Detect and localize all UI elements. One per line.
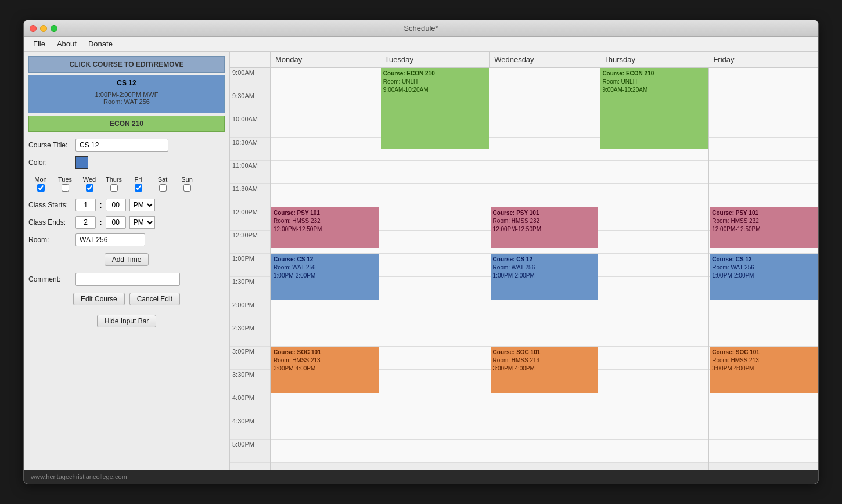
day-slot-d3-s6 [599,207,708,231]
cal-event-psy-mon[interactable]: Course: PSY 101Room: HMSS 23212:00PM-12:… [271,207,379,248]
comment-input[interactable] [75,273,180,286]
cal-event-soc-mon[interactable]: Course: SOC 101Room: HMSS 2133:00PM-4:00… [271,347,379,393]
cal-day-col-tue: Course: ECON 210Room: UNLH9:00AM-10:20AM [380,68,490,470]
cal-event-cs-fri[interactable]: Course: CS 12Room: WAT 2561:00PM-2:00PM [710,254,818,300]
day-slot-d1-s5 [380,184,490,207]
time-slot-12: 3:00PM [230,347,270,370]
checkbox-sun[interactable] [183,184,191,192]
day-slot-d1-s10 [380,300,490,323]
cal-day-header-mon: Monday [271,52,380,67]
menu-file[interactable]: File [28,38,50,49]
day-slot-d2-s14 [490,393,599,416]
menu-donate[interactable]: Donate [84,38,117,49]
checkbox-mon[interactable] [37,184,45,192]
days-section: Mon Tues Wed Thurs Fri Sat Sun [28,176,225,192]
class-starts-hour[interactable] [75,199,96,211]
day-slot-d0-s4 [271,161,380,184]
course-title-input[interactable] [75,139,168,152]
day-slot-d2-s10 [490,300,599,323]
day-slot-d0-s2 [271,114,380,138]
add-time-button[interactable]: Add Time [105,253,149,266]
day-slot-d3-s16 [599,440,708,463]
class-ends-hour[interactable] [75,216,96,229]
cal-day-header-thu: Thursday [599,52,709,67]
sidebar: CLICK COURSE TO EDIT/REMOVE CS 12 1:00PM… [24,52,230,470]
day-slot-d2-s16 [490,440,599,463]
class-ends-ampm[interactable]: AM PM [129,216,155,229]
checkbox-wed[interactable] [86,184,93,192]
time-slot-15: 4:30PM [230,416,270,440]
day-label-sat: Sat [150,176,175,183]
color-label: Color: [28,159,72,167]
cal-event-psy-wed[interactable]: Course: PSY 101Room: HMSS 23212:00PM-12:… [491,207,599,248]
day-slot-d0-s11 [271,323,380,347]
day-slot-d1-s11 [380,323,490,347]
class-starts-row: Class Starts: : AM PM [28,199,225,211]
day-slot-d1-s9 [380,277,490,300]
close-button[interactable] [30,25,37,32]
cal-event-soc-fri[interactable]: Course: SOC 101Room: HMSS 2133:00PM-4:00… [710,347,818,393]
day-slot-d3-s4 [599,161,708,184]
day-slot-d0-s5 [271,184,380,207]
edit-course-button[interactable]: Edit Course [73,293,125,305]
hide-input-bar-button[interactable]: Hide Input Bar [97,315,157,327]
day-slot-d3-s9 [599,277,708,300]
cal-day-col-fri: Course: PSY 101Room: HMSS 23212:00PM-12:… [709,68,818,470]
course-item-econ210[interactable]: ECON 210 [28,116,225,132]
room-label: Room: [28,236,72,244]
footer-bar: www.heritagechristiancollege.com [24,470,818,484]
maximize-button[interactable] [51,25,57,32]
cal-day-header-fri: Friday [708,52,818,67]
time-slot-14: 4:00PM [230,393,270,416]
time-colon-end: : [99,218,102,227]
cal-day-col-thu: Course: ECON 210Room: UNLH9:00AM-10:20AM [599,68,709,470]
cancel-edit-button[interactable]: Cancel Edit [129,293,180,305]
footer-text: www.heritagechristiancollege.com [31,473,127,480]
day-slot-d2-s15 [490,416,599,440]
day-slot-d3-s15 [599,416,708,440]
class-ends-row: Class Ends: : AM PM [28,216,225,229]
day-slot-d1-s13 [380,370,490,393]
day-slot-d0-s15 [271,416,380,440]
room-input[interactable] [75,233,145,246]
minimize-button[interactable] [40,25,47,32]
day-slot-d3-s11 [599,323,708,347]
day-slot-d4-s4 [709,161,818,184]
cal-event-cs-wed[interactable]: Course: CS 12Room: WAT 2561:00PM-2:00PM [491,254,599,300]
day-slot-d4-s3 [709,138,818,161]
title-bar: Schedule* [24,20,818,37]
day-slot-d3-s8 [599,254,708,277]
course-item-cs12[interactable]: CS 12 1:00PM-2:00PM MWF Room: WAT 256 [28,75,225,113]
calendar-header: Monday Tuesday Wednesday Thursday Friday [230,52,818,68]
checkbox-tues[interactable] [62,184,69,192]
class-starts-min[interactable] [106,199,126,211]
calendar-body: 9:00AM9:30AM10:00AM10:30AM11:00AM11:30AM… [230,68,818,470]
time-slot-9: 1:30PM [230,277,270,300]
day-slot-d0-s1 [271,91,380,114]
class-starts-label: Class Starts: [28,201,72,209]
cal-event-psy-fri[interactable]: Course: PSY 101Room: HMSS 23212:00PM-12:… [710,207,818,248]
menu-about[interactable]: About [52,38,81,49]
cal-event-cs-mon[interactable]: Course: CS 12Room: WAT 2561:00PM-2:00PM [271,254,379,300]
checkbox-fri[interactable] [135,184,142,192]
checkbox-sat[interactable] [159,184,167,192]
day-slot-d3-s14 [599,393,708,416]
day-slot-d4-s11 [709,323,818,347]
day-slot-d2-s2 [490,114,599,138]
color-swatch[interactable] [75,156,88,169]
day-label-wed: Wed [77,176,102,183]
cal-event-soc-wed[interactable]: Course: SOC 101Room: HMSS 2133:00PM-4:00… [491,347,599,393]
cal-event-econ-thu[interactable]: Course: ECON 210Room: UNLH9:00AM-10:20AM [600,68,708,149]
day-slot-d1-s4 [380,161,490,184]
checkbox-thurs[interactable] [110,184,118,192]
class-ends-min[interactable] [106,216,126,229]
day-slot-d3-s13 [599,370,708,393]
class-starts-ampm[interactable]: AM PM [129,199,155,211]
comment-row: Comment: [28,273,225,286]
day-label-sun: Sun [175,176,199,183]
time-slot-13: 3:30PM [230,370,270,393]
sidebar-header: CLICK COURSE TO EDIT/REMOVE [28,56,225,73]
cal-event-econ-tue[interactable]: Course: ECON 210Room: UNLH9:00AM-10:20AM [381,68,489,149]
time-slot-0: 9:00AM [230,68,270,91]
day-checkboxes-row [28,184,225,192]
